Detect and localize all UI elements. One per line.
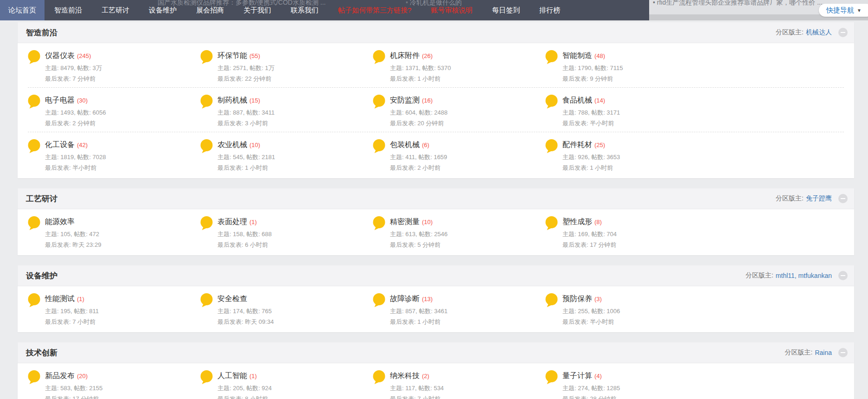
forum-comment-icon[interactable] bbox=[373, 293, 385, 308]
forum-comment-icon[interactable] bbox=[545, 139, 558, 154]
forum-last-post-link[interactable]: 最后发表: 1 小时前 bbox=[390, 318, 447, 326]
forum-name-link[interactable]: 性能测试 bbox=[45, 294, 75, 304]
forum-last-post-link[interactable]: 最后发表: 6 小时前 bbox=[217, 241, 272, 249]
forum-last-post-link[interactable]: 最后发表: 20 分钟前 bbox=[390, 119, 447, 127]
forum-comment-icon[interactable] bbox=[200, 95, 213, 109]
forum-last-post-link[interactable]: 最后发表: 17 分钟前 bbox=[45, 395, 102, 399]
forum-comment-icon[interactable] bbox=[545, 216, 558, 231]
moderator-names-link[interactable]: mthl11, mtfukankan bbox=[776, 272, 832, 279]
forum-name-link[interactable]: 精密测量 bbox=[390, 217, 420, 227]
section-title[interactable]: 工艺研讨 bbox=[26, 193, 57, 204]
nav-item[interactable]: 帖子如何带第三方链接? bbox=[328, 0, 421, 20]
forum-comment-icon[interactable] bbox=[545, 95, 558, 109]
forum-comment-icon[interactable] bbox=[373, 139, 385, 154]
forum-last-post-link[interactable]: 最后发表: 1 小时前 bbox=[390, 75, 451, 83]
forum-last-post-link[interactable]: 最后发表: 22 分钟前 bbox=[217, 75, 274, 83]
forum-comment-icon[interactable] bbox=[28, 293, 40, 308]
forum-info: 性能测试 (1) 主题: 195, 帖数: 811 最后发表: 7 小时前 bbox=[45, 293, 99, 326]
forum-last-post-link[interactable]: 最后发表: 7 小时前 bbox=[45, 318, 99, 326]
nav-item[interactable]: 排行榜 bbox=[530, 0, 570, 20]
forum-comment-icon[interactable] bbox=[545, 293, 558, 308]
nav-item[interactable]: 智造前沿 bbox=[45, 0, 92, 20]
collapse-section-button[interactable] bbox=[838, 348, 848, 357]
forum-name-link[interactable]: 能源效率 bbox=[45, 217, 75, 227]
forum-name-link[interactable]: 仪器仪表 bbox=[45, 51, 75, 61]
forum-comment-icon[interactable] bbox=[200, 370, 213, 385]
nav-item[interactable]: 每日签到 bbox=[482, 0, 530, 20]
quick-nav-button[interactable]: 快捷导航 ▼ bbox=[819, 4, 868, 17]
forum-last-post-link[interactable]: 最后发表: 2 小时前 bbox=[390, 164, 447, 172]
forum-comment-icon[interactable] bbox=[200, 216, 213, 231]
forum-name-link[interactable]: 智能制造 bbox=[562, 51, 592, 61]
forum-comment-icon[interactable] bbox=[373, 95, 385, 109]
forum-last-post-link[interactable]: 最后发表: 7 分钟前 bbox=[45, 75, 102, 83]
forum-name-link[interactable]: 人工智能 bbox=[217, 371, 247, 381]
forum-name-link[interactable]: 制药机械 bbox=[217, 96, 247, 105]
section-title[interactable]: 技术创新 bbox=[26, 348, 57, 358]
nav-item[interactable]: 联系我们 bbox=[281, 0, 328, 20]
forum-last-post-link[interactable]: 最后发表: 半小时前 bbox=[45, 164, 106, 172]
collapse-section-button[interactable] bbox=[838, 28, 848, 37]
nav-item[interactable]: 论坛首页 bbox=[0, 0, 45, 20]
forum-comment-icon[interactable] bbox=[200, 293, 213, 308]
forum-last-post-link[interactable]: 最后发表: 28 分钟前 bbox=[562, 395, 620, 399]
forum-last-post-link[interactable]: 最后发表: 2 分钟前 bbox=[45, 119, 106, 127]
nav-item[interactable]: 关于我们 bbox=[234, 0, 281, 20]
forum-comment-icon[interactable] bbox=[28, 370, 40, 385]
forum-last-post-link[interactable]: 最后发表: 半小时前 bbox=[562, 318, 620, 326]
forum-last-post-link[interactable]: 最后发表: 7 小时前 bbox=[390, 395, 444, 399]
nav-item[interactable]: 设备维护 bbox=[139, 0, 186, 20]
forum-last-post-link[interactable]: 最后发表: 昨天 23:29 bbox=[45, 241, 101, 249]
section-title[interactable]: 设备维护 bbox=[26, 270, 57, 281]
forum-name-link[interactable]: 纳米科技 bbox=[390, 371, 420, 381]
forum-last-post-link[interactable]: 最后发表: 1 小时前 bbox=[217, 164, 275, 172]
moderator-names-link[interactable]: 兔子蹬鹰 bbox=[806, 194, 832, 203]
forum-last-post-link[interactable]: 最后发表: 17 分钟前 bbox=[562, 241, 617, 249]
forum-comment-icon[interactable] bbox=[200, 50, 213, 64]
collapse-section-button[interactable] bbox=[838, 194, 848, 203]
forum-comment-icon[interactable] bbox=[200, 139, 213, 154]
forum-comment-icon[interactable] bbox=[28, 216, 40, 231]
forum-name-link[interactable]: 安防监测 bbox=[390, 96, 420, 105]
forum-name-link[interactable]: 预防保养 bbox=[562, 294, 592, 304]
forum-last-post-link[interactable]: 最后发表: 昨天 09:34 bbox=[217, 318, 274, 326]
forum-last-post-link[interactable]: 最后发表: 9 分钟前 bbox=[562, 75, 623, 83]
forum-last-post-link[interactable]: 最后发表: 8 小时前 bbox=[217, 395, 272, 399]
forum-name-link[interactable]: 表面处理 bbox=[217, 217, 247, 227]
forum-name-link[interactable]: 塑性成形 bbox=[562, 217, 592, 227]
forum-comment-icon[interactable] bbox=[28, 95, 40, 109]
forum-last-post-link[interactable]: 最后发表: 半小时前 bbox=[562, 119, 620, 127]
forum-name-link[interactable]: 故障诊断 bbox=[390, 294, 420, 304]
forum-comment-icon[interactable] bbox=[373, 370, 385, 385]
forum-comment-icon[interactable] bbox=[373, 216, 385, 231]
forum-name-link[interactable]: 电子电器 bbox=[45, 96, 75, 105]
nav-item[interactable]: 工艺研讨 bbox=[92, 0, 139, 20]
forum-name-link[interactable]: 食品机械 bbox=[562, 96, 592, 105]
forum-name-link[interactable]: 环保节能 bbox=[217, 51, 247, 61]
forum-name-link[interactable]: 量子计算 bbox=[562, 371, 592, 381]
moderator-names-link[interactable]: Raina bbox=[815, 349, 832, 356]
collapse-section-button[interactable] bbox=[838, 271, 848, 280]
forum-name-link[interactable]: 化工设备 bbox=[45, 140, 75, 150]
nav-item[interactable]: 账号审核说明 bbox=[421, 0, 482, 20]
forum-comment-icon[interactable] bbox=[28, 50, 40, 64]
forum-last-post-link[interactable]: 最后发表: 5 分钟前 bbox=[390, 241, 447, 249]
chevron-down-icon: ▼ bbox=[857, 8, 862, 13]
forum-last-post-link[interactable]: 最后发表: 1 小时前 bbox=[562, 164, 620, 172]
forum-info: 环保节能 (55) 主题: 2571, 帖数: 1万 最后发表: 22 分钟前 bbox=[217, 50, 274, 83]
forum-name-link[interactable]: 配件耗材 bbox=[562, 140, 592, 150]
forum-comment-icon[interactable] bbox=[545, 370, 558, 385]
nav-item[interactable]: 展会招商 bbox=[186, 0, 234, 20]
forum-comment-icon[interactable] bbox=[373, 50, 385, 64]
forum-name-link[interactable]: 农业机械 bbox=[217, 140, 247, 150]
forum-name-link[interactable]: 包装机械 bbox=[390, 140, 420, 150]
moderator-names-link[interactable]: 机械达人 bbox=[806, 28, 832, 37]
forum-comment-icon[interactable] bbox=[28, 139, 40, 154]
section-title[interactable]: 智造前沿 bbox=[26, 27, 57, 38]
forum-name-link[interactable]: 安全检查 bbox=[217, 294, 247, 304]
forum-name-link[interactable]: 机床附件 bbox=[390, 51, 420, 61]
forum-cell: 机床附件 (26) 主题: 1371, 帖数: 5370 最后发表: 1 小时前 bbox=[373, 50, 545, 83]
forum-comment-icon[interactable] bbox=[545, 50, 558, 64]
forum-name-link[interactable]: 新品发布 bbox=[45, 371, 75, 381]
forum-last-post-link[interactable]: 最后发表: 3 小时前 bbox=[217, 119, 274, 127]
